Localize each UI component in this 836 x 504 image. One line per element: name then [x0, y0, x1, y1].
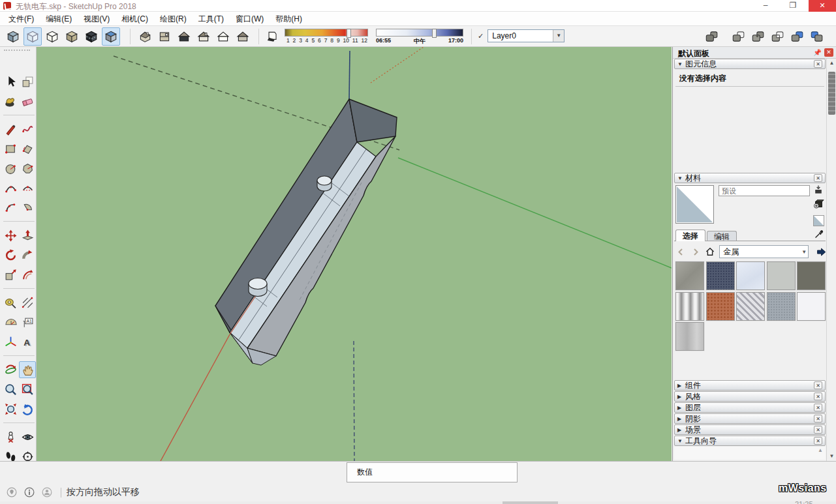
select-tool[interactable]	[2, 73, 19, 90]
shadow-time-handle[interactable]	[432, 29, 437, 38]
scale-tool[interactable]	[2, 266, 19, 283]
solid-split-button[interactable]	[807, 27, 826, 46]
section-close-button[interactable]: ✕	[814, 426, 822, 434]
style-monochrome-button[interactable]	[4, 27, 22, 46]
measurements-box[interactable]: 数值	[347, 462, 518, 482]
style-hidden-line-button[interactable]	[43, 27, 61, 46]
tab-select[interactable]: 选择	[675, 230, 705, 241]
instructor-close-button[interactable]: ✕	[814, 437, 822, 445]
tab-edit[interactable]: 编辑	[707, 231, 737, 241]
maximize-button[interactable]: ❐	[783, 0, 803, 12]
instructor-header[interactable]: ▼ 工具向导 ✕	[674, 436, 826, 446]
material-swatch-metal-aluminum[interactable]	[767, 261, 796, 290]
menu-edit[interactable]: 编辑(E)	[40, 12, 78, 26]
menu-draw[interactable]: 绘图(R)	[154, 12, 193, 26]
eyedropper-icon[interactable]	[814, 228, 826, 240]
materials-header[interactable]: ▼ 材料 ✕	[674, 173, 826, 183]
material-swatch-metal-copper-rust[interactable]	[706, 292, 735, 321]
material-swatch-metal-pale-blue[interactable]	[736, 261, 765, 290]
solid-union-button[interactable]	[749, 27, 767, 46]
solid-intersect-button[interactable]	[729, 27, 747, 46]
sign-in-status-icon[interactable]	[41, 486, 53, 498]
view-left-button[interactable]	[214, 27, 232, 46]
geolocation-status-icon[interactable]	[6, 486, 18, 498]
view-front-button[interactable]	[175, 27, 193, 46]
style-shaded-button[interactable]	[63, 27, 81, 46]
pin-icon[interactable]: 📌	[813, 48, 822, 57]
section-header-components[interactable]: ▶组件✕	[674, 380, 826, 391]
solid-subtract-button[interactable]	[768, 27, 786, 46]
secondary-pane-icon[interactable]	[813, 184, 824, 196]
material-swatch-metal-gunmetal[interactable]	[797, 261, 826, 290]
zoom-tool[interactable]	[2, 381, 19, 398]
chevron-down-icon[interactable]: ▼	[553, 30, 564, 42]
circle-tool[interactable]	[2, 160, 19, 177]
material-swatch-metal-galvanized[interactable]	[767, 292, 796, 321]
style-back-edges-button[interactable]	[82, 27, 101, 46]
tape-measure-tool[interactable]	[2, 294, 19, 311]
material-preset-input[interactable]	[719, 185, 810, 196]
section-header-shadows[interactable]: ▶阴影✕	[674, 413, 826, 424]
material-swatch-metal-white[interactable]	[797, 292, 826, 321]
home-icon[interactable]	[704, 246, 716, 258]
material-swatch-metal-embossed-x[interactable]	[675, 261, 704, 290]
position-camera-tool[interactable]	[2, 428, 19, 445]
polygon-tool[interactable]	[19, 160, 36, 177]
axes-tool[interactable]	[2, 333, 19, 350]
menu-window[interactable]: 窗口(W)	[230, 12, 270, 26]
materials-close-button[interactable]: ✕	[814, 174, 822, 182]
eraser-tool[interactable]	[19, 93, 36, 110]
menu-tools[interactable]: 工具(T)	[193, 12, 230, 26]
zoom-extents-tool[interactable]	[2, 400, 19, 417]
view-iso-button[interactable]	[136, 27, 154, 46]
paint-bucket-tool[interactable]	[2, 93, 19, 110]
layer-visible-checkmark[interactable]: ✓	[478, 32, 484, 40]
view-back-button[interactable]	[194, 27, 213, 46]
section-close-button[interactable]: ✕	[814, 404, 822, 411]
previous-view-tool[interactable]	[19, 400, 36, 417]
details-arrow-icon[interactable]	[815, 246, 827, 258]
model-trough[interactable]	[215, 99, 397, 365]
push-pull-tool[interactable]	[19, 227, 36, 244]
offset-tool[interactable]	[19, 266, 36, 283]
look-around-tool[interactable]	[19, 428, 36, 445]
section-close-button[interactable]: ✕	[814, 393, 822, 400]
material-swatch-metal-diamond-plate[interactable]	[736, 292, 765, 321]
viewport-canvas[interactable]	[37, 47, 672, 461]
scrollbar-thumb[interactable]	[828, 72, 835, 115]
shadow-date-slider[interactable]: 123456789101112	[285, 29, 368, 46]
material-swatch-metal-corrugated[interactable]	[675, 292, 704, 321]
rotated-rectangle-tool[interactable]	[19, 140, 36, 157]
material-collection-dropdown[interactable]: 金属 ▼	[719, 245, 809, 258]
panel-scrollbar[interactable]: ▲ ▼	[826, 59, 836, 461]
follow-me-tool[interactable]	[19, 246, 36, 263]
shadow-time-slider[interactable]: 06:55 中午 17:00	[376, 29, 463, 46]
shadow-toggle-button[interactable]	[263, 27, 281, 46]
move-tool[interactable]	[2, 227, 19, 244]
material-swatch-metal-perforated-blue[interactable]	[706, 261, 735, 290]
section-header-scenes[interactable]: ▶场景✕	[674, 424, 826, 435]
solid-outer-shell-button[interactable]	[702, 27, 720, 46]
pie-tool[interactable]	[19, 199, 36, 216]
section-close-button[interactable]: ✕	[814, 381, 822, 389]
style-xray-button[interactable]	[23, 27, 42, 46]
create-material-icon[interactable]	[813, 198, 824, 210]
style-textured-button[interactable]	[102, 27, 120, 46]
line-tool[interactable]	[2, 121, 19, 138]
solid-trim-button[interactable]	[788, 27, 806, 46]
close-button[interactable]: ✕	[809, 0, 836, 12]
scrollbar-up-icon[interactable]: ▲	[827, 59, 836, 68]
zoom-window-tool[interactable]	[19, 381, 36, 398]
shadow-date-handle[interactable]	[347, 29, 351, 38]
section-close-button[interactable]: ✕	[814, 415, 822, 422]
menu-help[interactable]: 帮助(H)	[270, 12, 308, 26]
3d-text-tool[interactable]: AA	[19, 333, 36, 350]
layer-dropdown[interactable]: Layer0 ▼	[488, 29, 565, 42]
view-right-button[interactable]	[234, 27, 252, 46]
view-top-button[interactable]	[155, 27, 174, 46]
scrollbar-down-icon[interactable]: ▼	[827, 452, 836, 461]
forward-arrow-icon[interactable]	[690, 246, 702, 258]
entity-info-close-button[interactable]: ✕	[814, 60, 822, 68]
menu-file[interactable]: 文件(F)	[3, 12, 40, 26]
section-header-layers[interactable]: ▶图层✕	[674, 402, 826, 413]
